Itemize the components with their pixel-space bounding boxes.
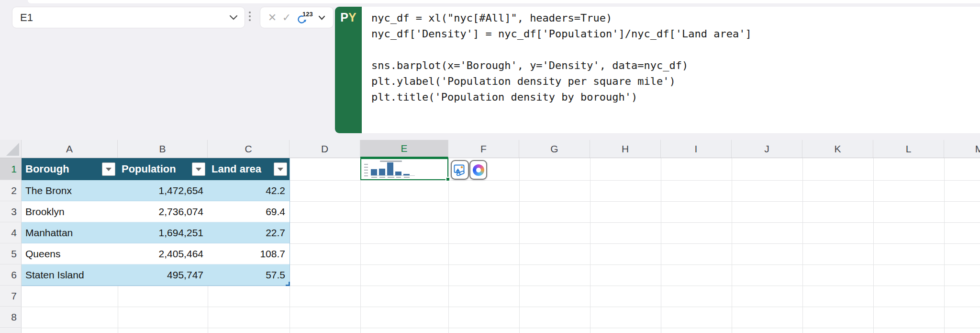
cell-population[interactable]: 495,747 (118, 264, 208, 286)
python-badge-y: Y (348, 11, 356, 24)
filter-button-population[interactable] (192, 162, 205, 176)
filter-button-borough[interactable] (102, 162, 115, 176)
row-header-8[interactable]: 8 (0, 307, 22, 328)
selected-cell-e1[interactable] (360, 158, 448, 180)
mini-bar (379, 169, 385, 175)
chevron-down-icon[interactable] (229, 15, 238, 20)
enter-button[interactable]: ✓ (282, 12, 291, 23)
code-line: plt.ylabel('Population density per squar… (371, 73, 980, 89)
name-box[interactable]: E1 (12, 7, 245, 28)
mini-bar (403, 174, 410, 175)
column-header-H[interactable]: H (590, 140, 661, 158)
cell-population[interactable]: 2,405,464 (118, 243, 208, 264)
cell-land-area[interactable]: 22.7 (208, 222, 290, 243)
column-header-G[interactable]: G (519, 140, 590, 158)
column-header-B[interactable]: B (118, 140, 208, 158)
row-header-4[interactable]: 4 (0, 222, 22, 243)
cell-land-area[interactable]: 69.4 (208, 201, 290, 222)
display-plot-over-cells-button[interactable] (451, 160, 469, 180)
copilot-icon (473, 164, 484, 176)
select-all-triangle-icon (6, 143, 19, 156)
table-resize-handle[interactable] (286, 282, 290, 286)
cell-borough[interactable]: The Bronx (22, 180, 118, 201)
code-line: sns.barplot(x='Borough', y='Density', da… (371, 57, 980, 73)
excel-window: E1 ✕ ✓ 123 PY nyc_df = xl("nyc[#All]", h… (0, 0, 980, 333)
python-chart-thumbnail (363, 160, 419, 178)
column-header-strip: ABCDEFGHIJKLM (0, 140, 980, 158)
cell-population[interactable]: 2,736,074 (118, 201, 208, 222)
formula-bar-editor[interactable]: nyc_df = xl("nyc[#All]", headers=True) n… (362, 7, 980, 133)
column-header-K[interactable]: K (802, 140, 873, 158)
cell-land-area[interactable]: 57.5 (208, 264, 290, 286)
row-header-1[interactable]: 1 (0, 158, 22, 180)
cell-borough[interactable]: Manhattan (22, 222, 118, 243)
table-header-label: Population (122, 163, 176, 175)
row-header-6[interactable]: 6 (0, 264, 22, 286)
table-header-population[interactable]: Population (118, 158, 208, 180)
ribbon-bottom-edge (28, 0, 980, 3)
filter-arrow-icon (278, 168, 283, 171)
table-header-land-area[interactable]: Land area (208, 158, 290, 180)
table-header-label: Land area (212, 163, 261, 175)
formula-bar-splitter[interactable] (249, 11, 251, 21)
cell-borough[interactable]: Staten Island (22, 264, 118, 286)
python-badge-p: P (340, 11, 348, 24)
cancel-button[interactable]: ✕ (268, 12, 277, 23)
column-header-D[interactable]: D (290, 140, 360, 158)
row-header-7[interactable]: 7 (0, 286, 22, 307)
column-header-M[interactable]: M (944, 140, 980, 158)
table-header-borough[interactable]: Borough (22, 158, 118, 180)
fill-handle[interactable] (445, 177, 450, 182)
select-all-corner[interactable] (0, 140, 22, 158)
code-line: nyc_df = xl("nyc[#All]", headers=True) (371, 10, 980, 26)
name-box-value: E1 (20, 11, 229, 24)
cell-borough[interactable]: Brooklyn (22, 201, 118, 222)
table-header-row: Borough Population Land area (22, 158, 290, 180)
table-row: Queens 2,405,464 108.7 (22, 243, 290, 264)
column-header-I[interactable]: I (661, 140, 732, 158)
cell-population[interactable]: 1,694,251 (118, 222, 208, 243)
python-badge: PY (335, 7, 362, 133)
copilot-button[interactable] (469, 160, 487, 180)
table-row: The Bronx 1,472,654 42.2 (22, 180, 290, 201)
cell-population[interactable]: 1,472,654 (118, 180, 208, 201)
gridline (22, 307, 980, 307)
table-row: Manhattan 1,694,251 22.7 (22, 222, 290, 243)
table-row: Brooklyn 2,736,074 69.4 (22, 201, 290, 222)
mini-bar (395, 172, 401, 175)
table-row: Staten Island 495,747 57.5 (22, 264, 290, 286)
cell-land-area[interactable]: 42.2 (208, 180, 290, 201)
column-header-J[interactable]: J (732, 140, 802, 158)
filter-button-land-area[interactable] (274, 162, 287, 176)
cell-borough[interactable]: Queens (22, 243, 118, 264)
nyc-table: Borough Population Land area The Bronx 1… (22, 158, 290, 286)
thumbnail-bars (371, 162, 415, 176)
column-header-A[interactable]: A (22, 140, 118, 158)
row-header-2[interactable]: 2 (0, 180, 22, 201)
table-header-label: Borough (25, 163, 69, 175)
mini-bar (387, 162, 393, 175)
picture-link-icon (454, 164, 466, 176)
code-line (371, 42, 980, 57)
filter-arrow-icon (196, 168, 201, 171)
formula-toolbar: ✕ ✓ 123 (260, 7, 334, 28)
cell-land-area[interactable]: 108.7 (208, 243, 290, 264)
output-type-chevron-icon[interactable] (318, 13, 325, 22)
column-header-E[interactable]: E (360, 140, 448, 158)
column-header-L[interactable]: L (873, 140, 944, 158)
python-output-type-icon[interactable]: 123 (297, 11, 313, 25)
mini-bar (371, 169, 377, 175)
gridline (22, 328, 980, 328)
row-header-5[interactable]: 5 (0, 243, 22, 264)
column-header-C[interactable]: C (208, 140, 290, 158)
filter-arrow-icon (106, 168, 111, 171)
row-header-9[interactable]: 9 (0, 328, 22, 333)
code-line: nyc_df['Density'] = nyc_df['Population']… (371, 26, 980, 42)
code-line: plt.title('Population density by borough… (371, 89, 980, 105)
column-header-F[interactable]: F (448, 140, 519, 158)
row-header-3[interactable]: 3 (0, 201, 22, 222)
